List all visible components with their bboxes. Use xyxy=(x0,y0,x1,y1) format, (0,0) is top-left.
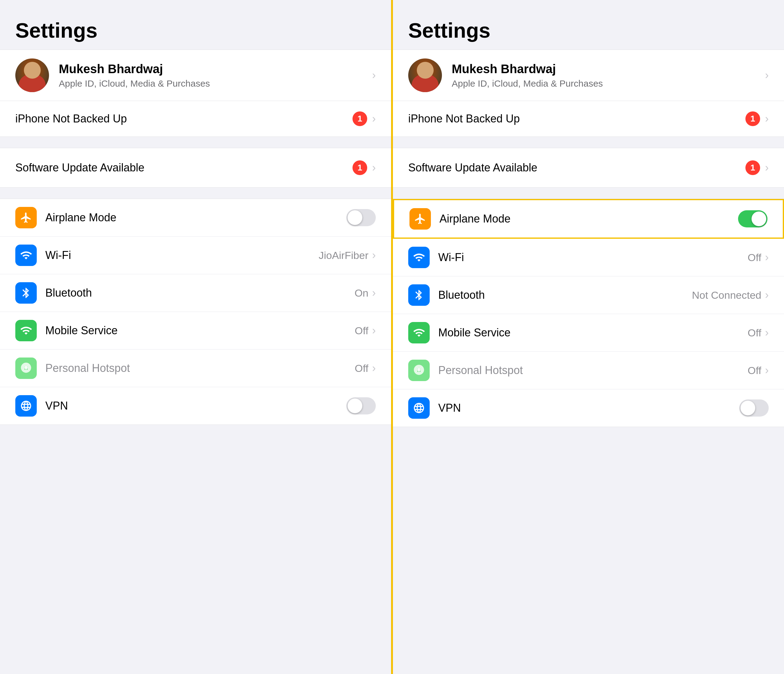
right-row-mobile[interactable]: Mobile Service Off › xyxy=(393,314,784,352)
right-backup-chevron: › xyxy=(765,112,769,125)
left-update-row[interactable]: Software Update Available 1 › xyxy=(0,148,391,188)
right-mobile-icon xyxy=(408,322,430,343)
svg-point-1 xyxy=(417,368,420,371)
right-airplane-svg xyxy=(414,213,426,225)
left-hotspot-icon xyxy=(15,357,37,379)
right-gap-1 xyxy=(393,137,784,148)
left-update-badge: 1 xyxy=(353,160,367,175)
right-hotspot-label: Personal Hotspot xyxy=(438,364,748,377)
left-hotspot-chevron: › xyxy=(372,362,376,375)
left-update-chevron: › xyxy=(372,161,376,174)
left-bluetooth-label: Bluetooth xyxy=(45,286,355,299)
right-backup-badge: 1 xyxy=(745,112,760,126)
left-wifi-icon xyxy=(15,245,37,266)
left-backup-row[interactable]: iPhone Not Backed Up 1 › xyxy=(0,101,391,137)
right-backup-row[interactable]: iPhone Not Backed Up 1 › xyxy=(393,101,784,137)
right-hotspot-value: Off xyxy=(748,365,761,376)
cellular-svg xyxy=(20,325,32,337)
left-backup-text: iPhone Not Backed Up xyxy=(15,112,353,125)
right-wifi-svg xyxy=(413,251,425,264)
right-cellular-svg xyxy=(413,326,425,339)
right-settings-group: Airplane Mode Wi-Fi Off › Bluetooth xyxy=(393,199,784,427)
right-vpn-toggle[interactable] xyxy=(739,399,769,416)
left-row-airplane[interactable]: Airplane Mode xyxy=(0,199,391,237)
right-hotspot-svg xyxy=(413,364,425,376)
left-backup-badge: 1 xyxy=(353,112,367,126)
left-wifi-chevron: › xyxy=(372,249,376,262)
left-row-bluetooth[interactable]: Bluetooth On › xyxy=(0,274,391,312)
left-backup-chevron: › xyxy=(372,112,376,125)
svg-point-0 xyxy=(25,366,28,369)
bluetooth-svg xyxy=(20,287,32,299)
right-bluetooth-value: Not Connected xyxy=(692,289,761,301)
left-bluetooth-value: On xyxy=(355,287,369,299)
right-profile-name: Mukesh Bhardwaj xyxy=(452,62,765,76)
right-profile-chevron: › xyxy=(765,69,769,82)
left-row-mobile[interactable]: Mobile Service Off › xyxy=(0,312,391,349)
left-vpn-label: VPN xyxy=(45,399,346,412)
right-row-bluetooth[interactable]: Bluetooth Not Connected › xyxy=(393,276,784,314)
left-wifi-label: Wi-Fi xyxy=(45,249,319,262)
right-airplane-knob xyxy=(751,211,766,226)
right-vpn-icon xyxy=(408,397,430,419)
right-airplane-toggle[interactable] xyxy=(738,210,767,227)
right-bluetooth-label: Bluetooth xyxy=(438,289,692,301)
right-vpn-svg xyxy=(413,402,425,414)
right-bluetooth-svg xyxy=(413,289,425,301)
right-wifi-icon xyxy=(408,247,430,268)
left-update-text: Software Update Available xyxy=(15,161,353,174)
right-airplane-icon xyxy=(409,208,431,230)
left-title: Settings xyxy=(0,0,391,50)
left-avatar xyxy=(15,59,49,92)
vpn-svg xyxy=(20,400,32,412)
right-row-airplane[interactable]: Airplane Mode xyxy=(393,199,784,239)
right-backup-text: iPhone Not Backed Up xyxy=(408,112,745,125)
left-gap-2 xyxy=(0,188,391,199)
left-hotspot-value: Off xyxy=(355,362,369,374)
right-gap-2 xyxy=(393,188,784,199)
hotspot-svg xyxy=(20,362,32,374)
left-wifi-value: JioAirFiber xyxy=(319,250,369,261)
left-vpn-toggle[interactable] xyxy=(346,397,376,415)
right-airplane-label: Airplane Mode xyxy=(439,213,738,225)
left-panel: Settings Mukesh Bhardwaj Apple ID, iClou… xyxy=(0,0,391,674)
left-row-hotspot[interactable]: Personal Hotspot Off › xyxy=(0,349,391,387)
left-mobile-label: Mobile Service xyxy=(45,324,355,337)
right-mobile-label: Mobile Service xyxy=(438,326,748,339)
right-row-wifi[interactable]: Wi-Fi Off › xyxy=(393,239,784,276)
right-avatar xyxy=(408,59,442,92)
right-update-text: Software Update Available xyxy=(408,161,745,174)
wifi-svg xyxy=(20,249,32,261)
left-bluetooth-chevron: › xyxy=(372,286,376,299)
left-row-vpn[interactable]: VPN xyxy=(0,387,391,424)
right-wifi-value: Off xyxy=(748,252,761,264)
left-hotspot-label: Personal Hotspot xyxy=(45,362,355,375)
left-vpn-knob xyxy=(348,399,362,413)
left-mobile-chevron: › xyxy=(372,324,376,337)
left-gap-1 xyxy=(0,137,391,148)
right-hotspot-icon xyxy=(408,360,430,381)
left-profile-row[interactable]: Mukesh Bhardwaj Apple ID, iCloud, Media … xyxy=(0,50,391,101)
left-bluetooth-icon xyxy=(15,282,37,304)
right-bluetooth-icon xyxy=(408,284,430,306)
left-profile-name: Mukesh Bhardwaj xyxy=(59,62,372,76)
left-airplane-toggle[interactable] xyxy=(346,209,376,226)
left-mobile-icon xyxy=(15,320,37,341)
right-panel: Settings Mukesh Bhardwaj Apple ID, iClou… xyxy=(393,0,784,674)
left-airplane-knob xyxy=(348,210,362,225)
right-vpn-label: VPN xyxy=(438,402,739,415)
left-airplane-label: Airplane Mode xyxy=(45,211,346,224)
left-profile-chevron: › xyxy=(372,69,376,82)
airplane-svg xyxy=(20,211,32,224)
left-profile-sub: Apple ID, iCloud, Media & Purchases xyxy=(59,78,372,89)
right-wifi-chevron: › xyxy=(765,251,769,264)
right-profile-row[interactable]: Mukesh Bhardwaj Apple ID, iCloud, Media … xyxy=(393,50,784,101)
right-row-vpn[interactable]: VPN xyxy=(393,389,784,427)
right-hotspot-chevron: › xyxy=(765,364,769,377)
right-update-badge: 1 xyxy=(745,160,760,175)
right-vpn-knob xyxy=(740,401,755,415)
right-row-hotspot[interactable]: Personal Hotspot Off › xyxy=(393,352,784,389)
right-update-chevron: › xyxy=(765,161,769,174)
right-update-row[interactable]: Software Update Available 1 › xyxy=(393,148,784,188)
left-row-wifi[interactable]: Wi-Fi JioAirFiber › xyxy=(0,237,391,274)
